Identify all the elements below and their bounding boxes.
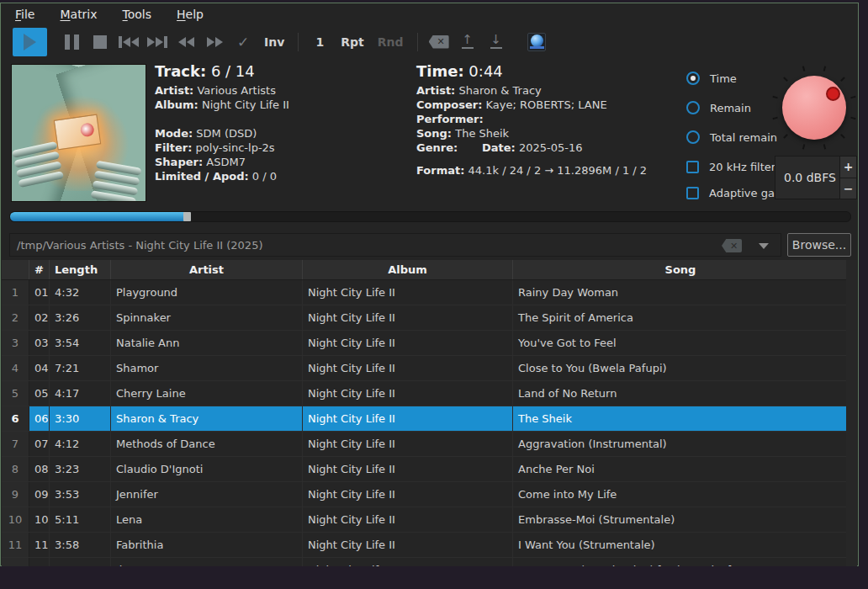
column-header-num[interactable]: # <box>29 260 50 279</box>
header-gutter <box>2 260 29 279</box>
track-song: Close to You (Bwela Pafupi) <box>513 356 848 380</box>
next-track-icon <box>147 36 167 48</box>
random-button[interactable]: Rnd <box>371 28 410 56</box>
next-track-button[interactable] <box>143 28 172 56</box>
playlist-row[interactable]: 10105:11LenaNight City Life IIEmbrasse-M… <box>2 507 848 533</box>
fast-forward-icon <box>207 37 223 47</box>
track-length: 3:23 <box>50 457 111 481</box>
path-input[interactable]: /tmp/Various Artists - Night City Life I… <box>9 233 781 257</box>
invert-selection-button[interactable]: Inv <box>257 28 291 56</box>
row-number: 5 <box>2 381 29 406</box>
volume-up-button[interactable]: + <box>840 157 856 178</box>
browse-button[interactable]: Browse... <box>787 233 851 257</box>
player-window: FileMatrixToolsHelp ✓ Inv 1 Rpt Rnd ✕ ↑ … <box>0 3 859 566</box>
path-clear-icon: ✕ <box>722 239 742 252</box>
save-playlist-button[interactable]: ↓ <box>482 28 511 56</box>
track-song: The Sheik <box>513 406 848 431</box>
track-song: Anche Per Noi <box>513 457 848 481</box>
checkbox-adaptive-gain[interactable]: Adaptive gain <box>686 183 785 202</box>
track-length: 3:54 <box>50 331 111 355</box>
filter: Filter: poly-sinc-lp-2s <box>155 141 407 155</box>
volume-box: 0.0 dBFS + − <box>775 156 857 199</box>
track-album: Night City Life II <box>303 482 513 507</box>
playlist-scrollbar[interactable] <box>846 260 857 566</box>
track-artist: Artist: Various Artists <box>155 83 407 98</box>
track-artist: Jimmy D. <box>111 558 303 566</box>
column-header-artist[interactable]: Artist <box>111 260 303 279</box>
playlist-row[interactable]: 5054:17Cherry LaineNight City Life IILan… <box>2 381 848 406</box>
playlist-row[interactable]: 6063:30Sharon & TracyNight City Life IIT… <box>2 406 848 432</box>
select-all-button[interactable]: ✓ <box>229 28 257 56</box>
knob-tick <box>850 96 855 98</box>
menu-matrix[interactable]: Matrix <box>60 8 97 21</box>
track-length: 6:42 <box>50 558 111 566</box>
stop-button[interactable] <box>86 28 114 56</box>
radio-label: Total remain <box>710 131 777 144</box>
track-length: 3:53 <box>50 482 111 507</box>
menu-tools[interactable]: Tools <box>123 8 152 21</box>
mode: Mode: SDM (DSD) <box>155 126 407 141</box>
track-album: Night City Life II <box>303 356 513 380</box>
playlist-row[interactable]: 8083:23Claudio D'IgnotiNight City Life I… <box>2 457 848 482</box>
seek-bar[interactable] <box>9 211 851 222</box>
column-header-album[interactable]: Album <box>303 260 513 279</box>
track-artist: Cherry Laine <box>111 381 303 406</box>
knob-tick <box>850 117 855 119</box>
shaper: Shaper: ASDM7 <box>155 155 407 169</box>
playlist-row[interactable]: 4047:21ShamorNight City Life IIClose to … <box>2 356 848 381</box>
download-icon: ↓ <box>490 34 502 49</box>
track-length: 3:26 <box>50 305 111 330</box>
genre-date: Genre: Date: 2025-05-16 <box>416 141 681 155</box>
playlist-row[interactable]: 2023:26SpinnakerNight City Life IIThe Sp… <box>2 305 848 331</box>
pause-button[interactable] <box>57 28 86 56</box>
track-number: 09 <box>29 482 50 507</box>
track-album: Night City Life II <box>303 507 513 532</box>
radio-total-remain[interactable]: Total remain <box>686 128 785 146</box>
path-clear-button[interactable]: ✕ <box>722 239 742 252</box>
repeat-one-button[interactable]: 1 <box>305 28 334 56</box>
menu-help[interactable]: Help <box>177 8 204 21</box>
song-composer: Composer: Kaye; ROBERTS; LANE <box>416 98 681 112</box>
row-number: 8 <box>2 457 29 481</box>
row-number: 6 <box>2 406 29 431</box>
track-length: 7:21 <box>50 356 111 380</box>
radio-time[interactable]: Time <box>686 69 785 88</box>
seek-handle[interactable] <box>183 212 191 221</box>
playlist-row[interactable]: 7074:12Methods of DanceNight City Life I… <box>2 432 848 457</box>
upload-icon: ↑ <box>462 34 474 49</box>
volume-knob[interactable] <box>776 70 852 146</box>
path-dropdown-icon[interactable] <box>759 243 769 249</box>
track-artist: Sharon & Tracy <box>111 406 303 431</box>
radio-remain[interactable]: Remain <box>686 98 785 117</box>
row-number: 3 <box>2 331 29 355</box>
fast-forward-button[interactable] <box>200 28 229 56</box>
column-header-song[interactable]: Song <box>513 260 848 279</box>
playlist-row[interactable]: 1014:32PlaygroundNight City Life IIRainy… <box>2 280 848 305</box>
volume-down-button[interactable]: − <box>840 178 856 199</box>
load-playlist-button[interactable]: ↑ <box>453 28 482 56</box>
repeat-button[interactable]: Rpt <box>334 28 371 56</box>
playlist-row[interactable]: 12126:42Jimmy D.Night City Life IIRescue… <box>2 558 848 566</box>
playlist-row[interactable]: 3033:54Natalie AnnNight City Life IIYou'… <box>2 331 848 356</box>
track-song: The Spirit of America <box>513 305 848 330</box>
column-header-length[interactable]: Length <box>50 260 111 279</box>
track-number: 04 <box>29 356 50 380</box>
playlist-row[interactable]: 9093:53JenniferNight City Life IICome in… <box>2 482 848 507</box>
knob-tick <box>823 144 826 149</box>
track-song: Come into My Life <box>513 482 848 507</box>
knob-tick <box>802 144 805 149</box>
rewind-button[interactable] <box>172 28 200 56</box>
previous-track-button[interactable] <box>114 28 143 56</box>
checkbox-20-khz-filter[interactable]: 20 kHz filter <box>686 157 785 176</box>
seek-bar-fill <box>10 212 187 221</box>
toolbar-separator <box>298 33 299 51</box>
knob-tick <box>802 66 805 71</box>
row-number: 9 <box>2 482 29 507</box>
volume-knob-dial[interactable] <box>782 76 846 140</box>
track-number: 07 <box>29 432 50 456</box>
playlist-row[interactable]: 11113:58FabrithiaNight City Life III Wan… <box>2 533 848 558</box>
clear-playlist-button[interactable]: ✕ <box>425 28 453 56</box>
menu-file[interactable]: File <box>15 8 34 21</box>
play-button[interactable] <box>13 28 47 56</box>
network-drive-button[interactable] <box>522 28 551 56</box>
